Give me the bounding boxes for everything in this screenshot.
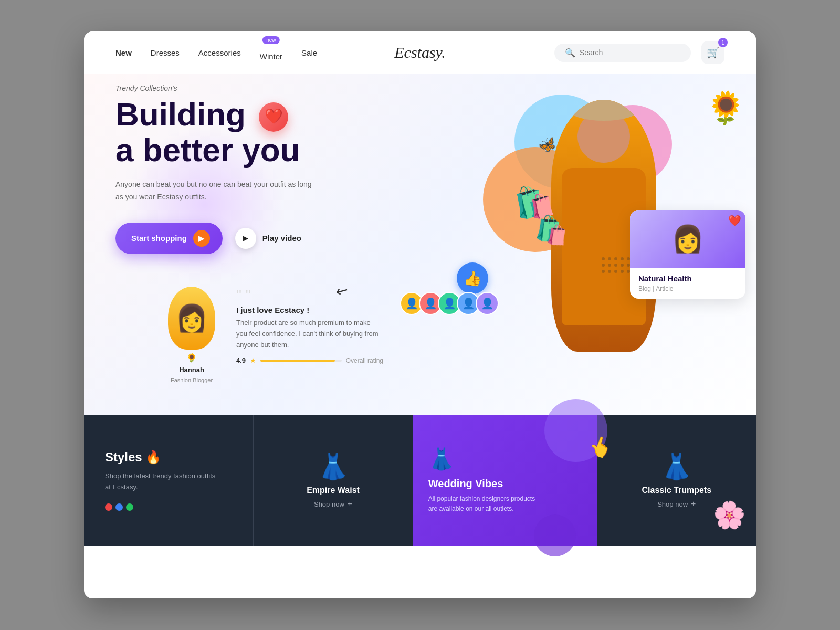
hero-subtitle: Trendy Collection's xyxy=(116,84,368,92)
overall-rating-label: Overall rating xyxy=(346,357,383,364)
review-section: 👩 🌻 Hannah Fashion Blogger " " I just lo… xyxy=(168,287,383,383)
brand-logo: Ecstasy. xyxy=(319,44,522,61)
reviewer-role: Fashion Blogger xyxy=(171,377,213,383)
review-content: " " I just love Ecstacy ! Their product … xyxy=(236,287,383,364)
wedding-desc: All popular fashion designers products a… xyxy=(428,494,544,514)
page-wrapper: New Dresses Accessories new Winter Sale … xyxy=(84,32,756,598)
wedding-vibes-card: 👗 Wedding Vibes All popular fashion desi… xyxy=(413,415,597,546)
play-video-button[interactable]: ▶ Play video xyxy=(235,228,301,249)
fashion-item-empire: 👗 Empire Waist Shop now + xyxy=(253,415,412,546)
cart-badge: 1 xyxy=(718,38,728,47)
nav-link-sale[interactable]: Sale xyxy=(301,48,317,57)
rating-bar-fill xyxy=(260,360,335,362)
card-title: Natural Health xyxy=(638,274,737,283)
hero-title: Building ❤️ a better you xyxy=(116,97,368,168)
styles-title: Styles 🔥 xyxy=(105,450,232,465)
nav-links: New Dresses Accessories new Winter Sale xyxy=(116,45,319,61)
reviewer-avatar: 👩 xyxy=(168,287,215,350)
styles-card: Styles 🔥 Shop the latest trendy fashion … xyxy=(84,415,253,546)
sunflower-decoration: 🌻 xyxy=(706,89,746,127)
start-shopping-button[interactable]: Start shopping ▶ xyxy=(116,223,223,254)
card-body: Natural Health Blog | Article xyxy=(630,268,746,299)
reviewer: 👩 🌻 Hannah Fashion Blogger xyxy=(168,287,215,383)
quote-mark: " " xyxy=(236,287,383,303)
natural-health-card: 👩 ❤️ Natural Health Blog | Article xyxy=(630,210,746,299)
shopping-arrow-icon: ▶ xyxy=(193,230,210,247)
search-input[interactable] xyxy=(580,48,680,57)
card-image: 👩 ❤️ xyxy=(630,210,746,268)
rating-number: 4.9 xyxy=(236,356,246,364)
empire-waist-icon: 👗 xyxy=(318,452,349,481)
card-heart-icon: ❤️ xyxy=(728,214,741,227)
color-dots xyxy=(105,503,232,511)
styles-description: Shop the latest trendy fashion outfits a… xyxy=(105,471,220,493)
navbar: New Dresses Accessories new Winter Sale … xyxy=(84,32,756,74)
nav-link-dresses[interactable]: Dresses xyxy=(151,48,180,57)
avatar: 👤 xyxy=(476,292,499,315)
dots-pattern xyxy=(602,257,630,273)
sunflower-small: 🌻 xyxy=(186,353,197,363)
wedding-title: Wedding Vibes xyxy=(428,478,581,490)
nav-link-winter[interactable]: new Winter xyxy=(260,45,282,61)
dot-blue xyxy=(116,503,123,511)
trumpets-icon: 👗 xyxy=(661,452,692,481)
hero-image-area: 🛍️ 🛍️ 👍 👤 👤 👤 👤 👤 👩 ❤️ Natur xyxy=(399,74,756,410)
wedding-blob-2 xyxy=(534,514,576,556)
plus-icon-2: + xyxy=(691,499,696,509)
nav-link-new[interactable]: New xyxy=(116,48,132,57)
heart-icon: ❤️ xyxy=(259,102,288,132)
hero-description: Anyone can beat you but no one can beat … xyxy=(116,178,315,204)
hero-content: Trendy Collection's Building ❤️ a better… xyxy=(116,84,368,254)
review-body: Their product are so much premium to mak… xyxy=(236,318,383,350)
review-rating: 4.9 ★ Overall rating xyxy=(236,356,383,364)
trumpets-name: Classic Trumpets xyxy=(642,486,712,495)
reviewer-name: Hannah xyxy=(179,366,204,374)
dot-red xyxy=(105,503,112,511)
pink-flower-decoration: 🌸 xyxy=(713,500,746,530)
empire-waist-action[interactable]: Shop now + xyxy=(314,499,352,509)
hero-section: 🌻 🦋 Trendy Collection's Building ❤️ a be… xyxy=(84,74,756,415)
plus-icon: + xyxy=(348,499,352,509)
rating-bar xyxy=(260,360,342,362)
thumbs-up-reaction: 👍 xyxy=(457,262,488,294)
star-icon: ★ xyxy=(250,356,256,364)
hero-actions: Start shopping ▶ ▶ Play video xyxy=(116,223,368,254)
nav-link-accessories[interactable]: Accessories xyxy=(198,48,241,57)
nav-right: 🔍 🛒 1 xyxy=(521,41,724,64)
cart-button[interactable]: 🛒 1 xyxy=(701,41,724,64)
card-subtitle: Blog | Article xyxy=(638,285,737,292)
social-proof-avatars: 👤 👤 👤 👤 👤 xyxy=(400,292,499,315)
winter-badge: new xyxy=(262,36,279,44)
empire-waist-name: Empire Waist xyxy=(307,486,360,495)
search-icon: 🔍 xyxy=(565,48,575,58)
trumpets-action[interactable]: Shop now + xyxy=(657,499,696,509)
search-bar[interactable]: 🔍 xyxy=(554,44,691,62)
play-circle-icon: ▶ xyxy=(235,228,256,249)
review-title: I just love Ecstacy ! xyxy=(236,306,383,314)
bottom-section: Styles 🔥 Shop the latest trendy fashion … xyxy=(84,415,756,546)
dot-green xyxy=(126,503,133,511)
